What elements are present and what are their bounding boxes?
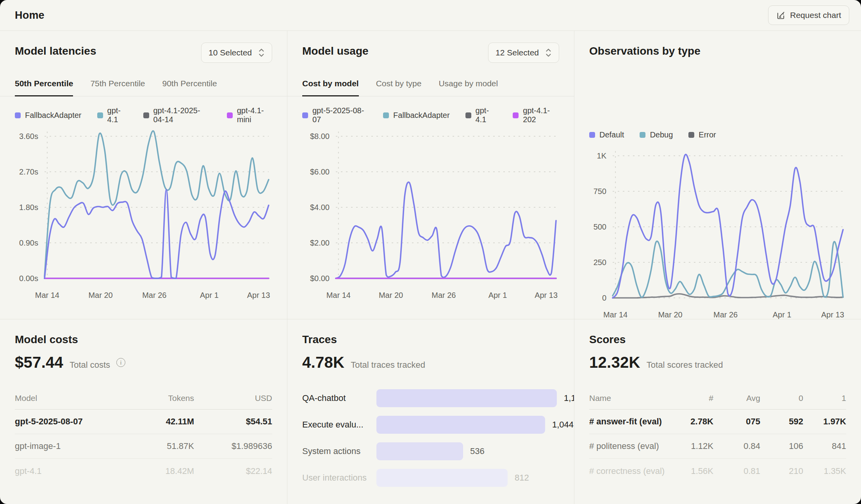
panel-scores: Scores 12.32K Total scores tracked Name …: [574, 319, 861, 504]
legend-swatch: [97, 112, 103, 118]
panel-title-usage: Model usage: [302, 45, 369, 57]
usage-model-selector[interactable]: 12 Selected: [488, 43, 559, 63]
legend-label: FallbackAdapter: [393, 111, 450, 120]
svg-text:Mar 20: Mar 20: [379, 291, 403, 299]
scores-table: Name # Avg 0 1 # answer-fit (eval) 2.78K…: [589, 387, 846, 483]
svg-text:Mar 20: Mar 20: [658, 310, 682, 319]
svg-text:$6.00: $6.00: [310, 167, 330, 176]
legend-swatch: [589, 132, 595, 138]
page-title: Home: [15, 9, 45, 21]
total-scores-value: 12.32K: [589, 354, 640, 371]
info-icon[interactable]: i: [116, 358, 125, 367]
legend-label: gpt-4.1: [476, 106, 497, 124]
legend-swatch: [15, 112, 21, 118]
tab-90th-percentile[interactable]: 90th Percentile: [162, 72, 217, 96]
tab-50th-percentile[interactable]: 50th Percentile: [15, 72, 73, 96]
bar: [376, 416, 545, 434]
legend-label: gpt-4.1: [107, 106, 128, 124]
col-header-count: #: [667, 394, 713, 403]
svg-text:Apr 13: Apr 13: [247, 291, 270, 299]
svg-text:Mar 14: Mar 14: [603, 310, 627, 319]
col-header-one: 1: [803, 394, 846, 403]
request-chart-label: Request chart: [790, 11, 841, 20]
legend-label: Default: [599, 130, 624, 139]
legend-swatch: [143, 112, 149, 118]
svg-text:Mar 26: Mar 26: [713, 310, 738, 319]
usage-line-chart: $0.00$2.00$4.00$6.00$8.00Mar 14Mar 20Mar…: [302, 125, 560, 304]
legend-swatch: [227, 112, 233, 118]
bar: [376, 442, 463, 460]
trace-bar-row: Execute evalu... 1,044: [302, 416, 559, 434]
tab-75th-percentile[interactable]: 75th Percentile: [90, 72, 145, 96]
svg-text:$0.00: $0.00: [310, 274, 330, 283]
model-costs-table: Model Tokens USD gpt-5-2025-08-07 42.11M…: [15, 387, 272, 483]
panel-model-usage: Model usage 12 Selected Cost by model Co…: [287, 31, 574, 319]
edit-pencil-icon: [776, 11, 785, 20]
col-header-name: Name: [589, 394, 667, 403]
svg-text:2.70s: 2.70s: [19, 167, 38, 176]
table-row: gpt-4.1 18.42M $22.14: [15, 459, 272, 483]
legend-label: gpt-4.1-2025-04-14: [153, 106, 211, 124]
panel-title-scores: Scores: [589, 333, 846, 346]
col-header-usd: USD: [194, 394, 272, 403]
legend-swatch: [465, 112, 471, 118]
table-row: # correctness (eval) 1.56K 0.81 210 1.35…: [589, 459, 846, 483]
col-header-zero: 0: [760, 394, 803, 403]
legend-label: Error: [699, 130, 716, 139]
request-chart-button[interactable]: Request chart: [768, 5, 849, 25]
panel-title-traces: Traces: [302, 333, 559, 346]
latencies-legend: FallbackAdapter gpt-4.1 gpt-4.1-2025-04-…: [15, 110, 272, 121]
legend-label: Debug: [650, 130, 673, 139]
svg-text:1.80s: 1.80s: [19, 203, 38, 212]
tab-cost-by-type[interactable]: Cost by type: [376, 72, 422, 96]
panel-traces: Traces 4.78K Total traces tracked QA-cha…: [287, 319, 574, 504]
total-scores-label: Total scores tracked: [647, 360, 723, 370]
dashboard-window: Home Request chart Model latencies 10 Se…: [0, 0, 861, 504]
usage-tabs: Cost by model Cost by type Usage by mode…: [287, 72, 574, 96]
total-traces-label: Total traces tracked: [351, 360, 425, 370]
latencies-model-selector[interactable]: 10 Selected: [201, 43, 272, 63]
svg-text:Mar 14: Mar 14: [35, 291, 59, 299]
svg-text:Apr 1: Apr 1: [773, 310, 791, 319]
observations-legend: Default Debug Error: [589, 129, 846, 140]
legend-swatch: [513, 112, 519, 118]
panel-title-observations: Observations by type: [589, 45, 701, 57]
svg-text:Apr 1: Apr 1: [488, 291, 507, 299]
table-row: # answer-fit (eval) 2.78K 075 592 1.97K: [589, 410, 846, 434]
legend-label: gpt-4.1-mini: [237, 106, 272, 124]
table-row: # politeness (eval) 1.12K 0.84 106 841: [589, 434, 846, 459]
svg-text:0.90s: 0.90s: [19, 239, 38, 247]
tab-cost-by-model[interactable]: Cost by model: [302, 72, 359, 96]
latencies-line-chart: 0.00s0.90s1.80s2.70s3.60sMar 14Mar 20Mar…: [15, 125, 272, 304]
legend-swatch: [688, 132, 694, 138]
chevron-up-down-icon: [258, 48, 265, 58]
svg-text:Mar 14: Mar 14: [326, 291, 351, 299]
svg-text:0.00s: 0.00s: [19, 274, 38, 283]
observations-line-chart: 02505007501KMar 14Mar 20Mar 26Apr 1Apr 1…: [589, 144, 847, 319]
panel-model-costs: Model costs $57.44 Total costs i Model T…: [0, 319, 287, 504]
legend-swatch: [302, 112, 308, 118]
trace-bar-row: QA-chatbot 1,116: [302, 389, 559, 407]
bar: [376, 389, 557, 407]
total-traces-value: 4.78K: [302, 354, 344, 371]
latencies-selector-value: 10 Selected: [209, 48, 252, 57]
usage-legend: gpt-5-2025-08-07 FallbackAdapter gpt-4.1…: [302, 110, 559, 121]
legend-label: gpt-4.1-202: [523, 106, 559, 124]
svg-text:Mar 26: Mar 26: [142, 291, 166, 299]
trace-bar-row: User interactions 812: [302, 469, 559, 487]
total-costs-value: $57.44: [15, 354, 63, 371]
legend-label: gpt-5-2025-08-07: [312, 106, 367, 124]
tab-usage-by-model[interactable]: Usage by model: [439, 72, 498, 96]
col-header-tokens: Tokens: [128, 394, 194, 403]
table-row: gpt-5-2025-08-07 42.11M $54.51: [15, 410, 272, 434]
trace-bar-row: System actions 536: [302, 442, 559, 460]
legend-label: FallbackAdapter: [25, 111, 82, 120]
svg-text:Apr 1: Apr 1: [200, 291, 219, 299]
svg-text:$2.00: $2.00: [310, 239, 330, 247]
panel-model-latencies: Model latencies 10 Selected 50th Percent…: [0, 31, 287, 319]
svg-text:Mar 20: Mar 20: [88, 291, 112, 299]
top-header: Home Request chart: [0, 0, 861, 31]
panel-title-model-costs: Model costs: [15, 333, 272, 346]
svg-text:Apr 13: Apr 13: [821, 310, 844, 319]
svg-text:3.60s: 3.60s: [19, 132, 38, 141]
